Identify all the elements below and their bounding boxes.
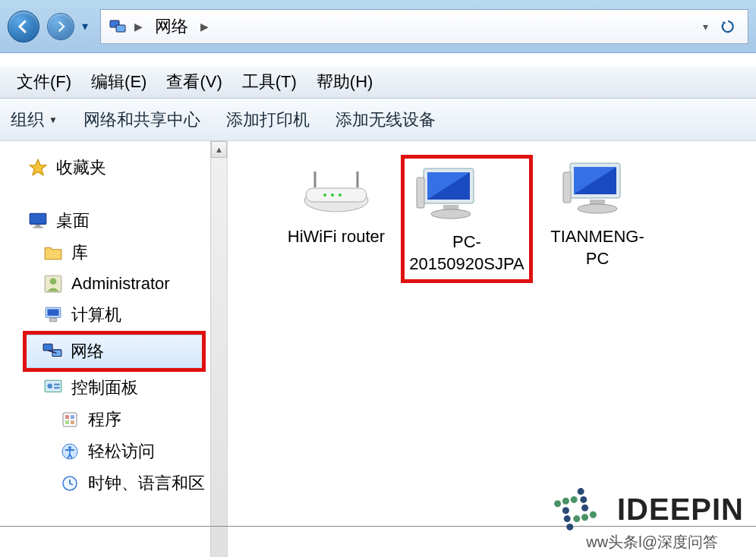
tree-libraries[interactable]: 库	[0, 237, 227, 269]
tree-favorites[interactable]: 收藏夹	[0, 152, 227, 184]
command-bar: 组织 ▼ 网络和共享中心 添加打印机 添加无线设备	[0, 99, 756, 141]
chevron-down-icon: ▼	[49, 115, 58, 125]
svg-rect-4	[33, 227, 43, 228]
network-sharing-center-button[interactable]: 网络和共享中心	[83, 109, 200, 131]
svg-point-52	[564, 515, 571, 522]
svg-rect-9	[50, 318, 57, 321]
refresh-button[interactable]	[716, 19, 740, 34]
menu-view[interactable]: 查看(V)	[160, 68, 228, 96]
svg-point-23	[68, 446, 71, 449]
tree-control-panel[interactable]: 控制面板	[0, 372, 227, 404]
svg-rect-20	[65, 420, 69, 424]
menu-tools[interactable]: 工具(T)	[236, 68, 303, 96]
add-printer-button[interactable]: 添加打印机	[226, 109, 310, 131]
tree-label: 桌面	[56, 209, 90, 232]
svg-rect-2	[30, 213, 46, 224]
tree-user[interactable]: Administrator	[0, 269, 227, 299]
svg-point-44	[571, 496, 578, 503]
scroll-up-icon[interactable]: ▲	[211, 141, 227, 158]
svg-rect-16	[54, 387, 60, 389]
item-label: TIANMENG-PC	[542, 226, 653, 269]
svg-point-35	[431, 209, 471, 219]
tree-scrollbar[interactable]: ▲	[210, 141, 227, 557]
address-dropdown[interactable]: ▾	[703, 20, 708, 33]
tree-desktop[interactable]: 桌面	[0, 205, 227, 237]
tree-ease-of-access[interactable]: 轻松访问	[0, 436, 227, 467]
navigation-tree: ▲ 收藏夹 桌面 库 Administrator	[0, 141, 228, 557]
computer-icon	[43, 304, 64, 326]
svg-point-48	[590, 511, 597, 518]
breadcrumb-separator-icon: ▶	[134, 20, 143, 33]
svg-rect-18	[65, 415, 69, 419]
network-item-router[interactable]: HiWiFi router	[281, 155, 392, 248]
svg-point-46	[580, 496, 587, 503]
svg-rect-19	[71, 415, 74, 419]
folder-icon	[43, 242, 64, 263]
tree-label: 轻松访问	[88, 440, 155, 463]
address-bar[interactable]: ▶ 网络 ▶ ▾	[100, 9, 748, 44]
organize-label: 组织	[11, 109, 44, 131]
tree-computer[interactable]: 计算机	[0, 299, 227, 331]
arrow-left-icon	[16, 19, 31, 34]
breadcrumb-separator-icon: ▶	[200, 20, 209, 33]
item-label: HiWiFi router	[288, 226, 385, 248]
svg-point-6	[50, 278, 57, 285]
programs-icon	[59, 409, 80, 430]
menu-bar: 文件(F) 编辑(E) 查看(V) 工具(T) 帮助(H)	[0, 65, 756, 99]
add-wireless-device-button[interactable]: 添加无线设备	[335, 109, 436, 131]
svg-point-42	[554, 500, 561, 507]
svg-point-51	[566, 524, 573, 530]
svg-rect-11	[52, 350, 61, 357]
computer-icon	[409, 160, 493, 228]
svg-rect-26	[306, 188, 367, 202]
svg-rect-21	[71, 420, 74, 424]
arrow-right-icon	[55, 20, 67, 33]
control-panel-icon	[43, 377, 64, 398]
router-icon	[295, 155, 378, 223]
svg-rect-10	[43, 344, 52, 351]
svg-point-49	[581, 514, 588, 521]
tree-label: 控制面板	[71, 376, 138, 399]
tree-label: 收藏夹	[56, 156, 106, 179]
network-item-pc1[interactable]: PC-20150920SJPA	[411, 155, 522, 283]
breadcrumb-location[interactable]: 网络	[150, 15, 193, 38]
menu-help[interactable]: 帮助(H)	[310, 68, 380, 96]
desktop-icon	[27, 210, 49, 231]
history-dropdown[interactable]: ▾	[82, 19, 93, 33]
back-button[interactable]	[8, 11, 39, 42]
item-label: PC-20150920SJPA	[409, 231, 524, 275]
svg-point-43	[562, 498, 569, 505]
watermark-tagline: ww头条l@深度问答	[586, 532, 718, 552]
svg-rect-3	[36, 225, 41, 226]
svg-point-45	[578, 488, 584, 495]
menu-edit[interactable]: 编辑(E)	[85, 68, 153, 96]
organize-button[interactable]: 组织 ▼	[11, 109, 58, 131]
tree-clock-language-region[interactable]: 时钟、语言和区	[0, 467, 227, 499]
svg-rect-36	[417, 178, 424, 208]
forward-button[interactable]	[47, 13, 74, 40]
tree-label: 库	[71, 241, 88, 264]
user-icon	[43, 273, 64, 294]
tree-programs[interactable]: 程序	[0, 404, 227, 436]
star-icon	[27, 157, 49, 178]
svg-rect-41	[563, 172, 571, 203]
network-icon	[42, 341, 63, 362]
tree-network[interactable]: 网络	[27, 335, 202, 368]
tree-network-highlight: 网络	[23, 331, 206, 372]
refresh-icon	[720, 19, 736, 34]
svg-point-50	[573, 515, 580, 522]
svg-point-53	[562, 507, 569, 514]
svg-point-14	[47, 384, 52, 389]
tree-label: 程序	[88, 408, 121, 431]
network-item-pc2[interactable]: TIANMENG-PC	[542, 155, 653, 269]
item-highlight-border: PC-20150920SJPA	[401, 155, 532, 283]
computer-icon	[556, 155, 639, 223]
menu-file[interactable]: 文件(F)	[11, 68, 77, 96]
svg-point-29	[323, 194, 326, 197]
clock-icon	[59, 473, 80, 494]
svg-rect-15	[54, 384, 60, 385]
svg-point-47	[581, 505, 588, 511]
network-location-icon	[109, 17, 127, 36]
watermark-brand: IDEEPIN	[617, 492, 744, 527]
tree-label: Administrator	[71, 274, 170, 294]
